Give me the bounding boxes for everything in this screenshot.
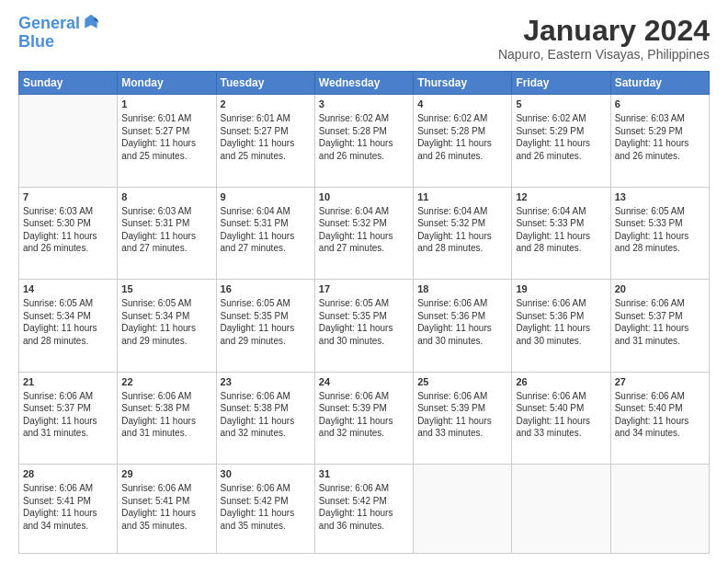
day-number: 27 xyxy=(615,375,705,389)
day-number: 22 xyxy=(121,375,211,389)
day-info: and 26 minutes. xyxy=(23,242,113,255)
day-info: Sunrise: 6:06 AM xyxy=(221,390,311,403)
day-info: Sunset: 5:38 PM xyxy=(121,402,211,415)
header-sunday: Sunday xyxy=(19,72,118,95)
day-info: Sunset: 5:41 PM xyxy=(121,495,211,508)
day-info: Daylight: 11 hours xyxy=(319,322,409,335)
table-row xyxy=(19,95,118,188)
day-info: and 26 minutes. xyxy=(516,150,606,163)
day-info: Daylight: 11 hours xyxy=(121,322,211,335)
day-info: and 28 minutes. xyxy=(516,242,606,255)
day-number: 6 xyxy=(615,98,705,111)
day-info: and 32 minutes. xyxy=(319,427,409,440)
day-number: 29 xyxy=(121,467,211,481)
day-info: and 30 minutes. xyxy=(319,335,409,348)
table-row xyxy=(610,465,709,554)
day-info: Sunrise: 6:06 AM xyxy=(319,390,409,403)
day-info: and 35 minutes. xyxy=(121,520,211,533)
day-info: Daylight: 11 hours xyxy=(23,322,113,335)
day-info: Sunset: 5:28 PM xyxy=(417,125,507,138)
day-info: Daylight: 11 hours xyxy=(615,322,705,335)
day-info: Sunset: 5:29 PM xyxy=(516,125,606,138)
day-info: and 27 minutes. xyxy=(319,242,409,255)
day-number: 15 xyxy=(121,282,211,296)
day-info: Sunrise: 6:06 AM xyxy=(319,482,409,495)
table-row: 11Sunrise: 6:04 AMSunset: 5:32 PMDayligh… xyxy=(414,187,512,280)
table-row: 26Sunrise: 6:06 AMSunset: 5:40 PMDayligh… xyxy=(512,372,610,465)
day-info: Daylight: 11 hours xyxy=(23,507,113,520)
day-number: 25 xyxy=(417,375,507,389)
table-row: 30Sunrise: 6:06 AMSunset: 5:42 PMDayligh… xyxy=(216,465,314,554)
day-info: and 30 minutes. xyxy=(417,335,507,348)
day-number: 9 xyxy=(221,190,311,204)
day-number: 20 xyxy=(615,282,705,296)
table-row: 9Sunrise: 6:04 AMSunset: 5:31 PMDaylight… xyxy=(216,187,314,280)
day-info: Daylight: 11 hours xyxy=(615,137,705,150)
table-row: 17Sunrise: 6:05 AMSunset: 5:35 PMDayligh… xyxy=(314,280,413,373)
day-info: Sunset: 5:40 PM xyxy=(516,402,606,415)
day-info: and 29 minutes. xyxy=(121,335,211,348)
header-friday: Friday xyxy=(512,72,610,95)
table-row: 8Sunrise: 6:03 AMSunset: 5:31 PMDaylight… xyxy=(118,187,216,280)
day-info: Daylight: 11 hours xyxy=(516,137,606,150)
header-wednesday: Wednesday xyxy=(314,72,413,95)
day-info: Sunset: 5:37 PM xyxy=(23,402,113,415)
day-info: Daylight: 11 hours xyxy=(615,415,705,428)
day-info: Sunrise: 6:06 AM xyxy=(23,482,113,495)
day-number: 19 xyxy=(516,282,606,296)
day-number: 3 xyxy=(319,98,409,111)
calendar-row-1: 1Sunrise: 6:01 AMSunset: 5:27 PMDaylight… xyxy=(19,95,710,188)
calendar-row-3: 14Sunrise: 6:05 AMSunset: 5:34 PMDayligh… xyxy=(19,280,710,373)
logo-text: General xyxy=(18,15,80,33)
day-info: Sunset: 5:39 PM xyxy=(319,402,409,415)
table-row: 12Sunrise: 6:04 AMSunset: 5:33 PMDayligh… xyxy=(512,187,610,280)
day-info: Daylight: 11 hours xyxy=(121,137,211,150)
table-row: 13Sunrise: 6:05 AMSunset: 5:33 PMDayligh… xyxy=(610,187,709,280)
day-info: Sunset: 5:32 PM xyxy=(319,217,409,230)
day-number: 1 xyxy=(121,98,211,111)
day-info: Daylight: 11 hours xyxy=(319,230,409,243)
day-info: Daylight: 11 hours xyxy=(23,230,113,243)
day-number: 26 xyxy=(516,375,606,389)
day-info: Sunrise: 6:05 AM xyxy=(121,297,211,310)
header-row: Sunday Monday Tuesday Wednesday Thursday… xyxy=(19,72,710,95)
location: Napuro, Eastern Visayas, Philippines xyxy=(498,47,710,62)
day-info: and 30 minutes. xyxy=(516,335,606,348)
day-info: Daylight: 11 hours xyxy=(221,322,311,335)
day-info: Sunrise: 6:06 AM xyxy=(516,390,606,403)
table-row xyxy=(414,465,512,554)
day-info: Sunrise: 6:06 AM xyxy=(121,390,211,403)
table-row xyxy=(512,465,610,554)
day-info: Daylight: 11 hours xyxy=(121,507,211,520)
day-info: Sunset: 5:33 PM xyxy=(516,217,606,230)
day-info: Daylight: 11 hours xyxy=(23,415,113,428)
day-info: Sunset: 5:27 PM xyxy=(221,125,311,138)
table-row: 21Sunrise: 6:06 AMSunset: 5:37 PMDayligh… xyxy=(19,372,118,465)
day-info: Sunset: 5:35 PM xyxy=(319,310,409,323)
day-info: Sunrise: 6:04 AM xyxy=(221,205,311,218)
day-info: Daylight: 11 hours xyxy=(516,322,606,335)
day-info: Daylight: 11 hours xyxy=(417,322,507,335)
day-number: 23 xyxy=(221,375,311,389)
day-info: Daylight: 11 hours xyxy=(221,137,311,150)
calendar-table: Sunday Monday Tuesday Wednesday Thursday… xyxy=(18,71,710,554)
day-number: 28 xyxy=(23,467,113,481)
day-number: 24 xyxy=(319,375,409,389)
day-info: Sunset: 5:31 PM xyxy=(121,217,211,230)
day-info: Daylight: 11 hours xyxy=(319,415,409,428)
day-info: Sunset: 5:35 PM xyxy=(221,310,311,323)
day-info: Sunset: 5:34 PM xyxy=(121,310,211,323)
logo-blue: Blue xyxy=(18,33,100,50)
day-info: Sunrise: 6:02 AM xyxy=(417,112,507,125)
day-info: Sunrise: 6:06 AM xyxy=(121,482,211,495)
day-info: Sunset: 5:40 PM xyxy=(615,402,705,415)
day-info: Sunrise: 6:04 AM xyxy=(319,205,409,218)
header-thursday: Thursday xyxy=(414,72,512,95)
day-info: Sunset: 5:31 PM xyxy=(221,217,311,230)
calendar-row-4: 21Sunrise: 6:06 AMSunset: 5:37 PMDayligh… xyxy=(19,372,710,465)
day-info: Sunrise: 6:05 AM xyxy=(23,297,113,310)
day-info: Daylight: 11 hours xyxy=(319,507,409,520)
day-info: Sunrise: 6:02 AM xyxy=(319,112,409,125)
day-info: and 33 minutes. xyxy=(516,427,606,440)
day-info: and 26 minutes. xyxy=(615,150,705,163)
